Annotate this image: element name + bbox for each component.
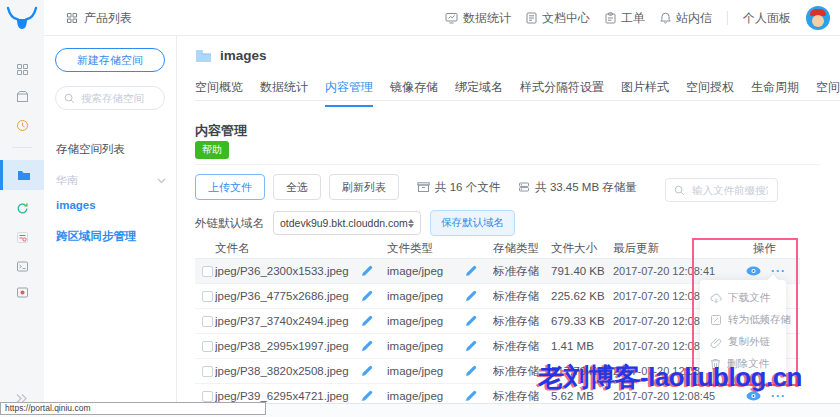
rename-icon[interactable]	[361, 290, 387, 302]
column-header: 文件类型	[387, 241, 465, 256]
select-stepper-icon	[408, 219, 414, 228]
deploy-icon	[16, 90, 29, 103]
file-name-cell: jpeg/P36_2300x1533.jpeg	[215, 265, 361, 277]
file-name-cell: jpeg/P38_3820x2508.jpeg	[215, 365, 361, 377]
bucket-search-input[interactable]	[79, 91, 157, 105]
tab-1[interactable]: 空间概览	[195, 79, 243, 107]
topbar-nav-item[interactable]: 站内信	[660, 10, 712, 27]
media-icon	[16, 286, 29, 299]
row-checkbox[interactable]	[202, 316, 213, 327]
file-type-cell: image/jpeg	[387, 315, 465, 327]
grid-icon	[16, 63, 29, 76]
upload-file-button[interactable]: 上传文件	[195, 174, 265, 200]
column-header: 文件名	[215, 241, 361, 256]
refresh-list-button[interactable]: 刷新列表	[329, 174, 399, 200]
file-prefix-search	[665, 178, 778, 202]
edit-type-icon[interactable]	[465, 315, 493, 327]
file-name-cell: jpeg/P38_2995x1997.jpeg	[215, 340, 361, 352]
rail-item-sync-icon[interactable]	[0, 194, 44, 222]
rail-divider	[12, 147, 32, 148]
personal-panel-link[interactable]: 个人面板	[743, 10, 791, 27]
topbar-nav-label: 站内信	[676, 10, 712, 27]
file-type-cell: image/jpeg	[387, 365, 465, 377]
file-size-cell: 679.33 KB	[551, 315, 613, 327]
tab-10[interactable]: 空间设置	[816, 79, 840, 107]
sidebar-item-images[interactable]: images	[56, 199, 96, 211]
bucket-tabs: 空间概览数据统计内容管理镜像存储绑定域名样式分隔符设置图片样式空间授权生命周期空…	[195, 79, 840, 107]
clock-icon	[16, 119, 29, 132]
rename-icon[interactable]	[361, 340, 387, 352]
product-list-button[interactable]: 产品列表	[66, 0, 132, 36]
section-title: 内容管理	[195, 122, 247, 140]
mail-icon	[660, 12, 671, 24]
edit-type-icon[interactable]	[465, 340, 493, 352]
region-select[interactable]: 华南	[56, 173, 166, 188]
storage-type-cell: 标准存储	[493, 289, 551, 304]
rename-icon[interactable]	[361, 390, 387, 402]
rename-icon[interactable]	[361, 365, 387, 377]
grid-menu-icon	[66, 12, 78, 24]
row-checkbox[interactable]	[202, 291, 213, 302]
file-name-cell: jpeg/P36_4775x2686.jpeg	[215, 290, 361, 302]
file-size-cell: 1.41 MB	[551, 340, 613, 352]
page-title: images	[220, 48, 267, 63]
edit-type-icon[interactable]	[465, 390, 493, 402]
storage-drive-icon	[518, 181, 530, 193]
edit-type-icon[interactable]	[465, 290, 493, 302]
row-checkbox[interactable]	[202, 391, 213, 402]
help-badge[interactable]: 帮助	[195, 141, 229, 159]
file-toolbar: 上传文件 全选 刷新列表 共 16 个文件 共 33.45 MB 存储量	[195, 174, 637, 200]
rail-item-clock-icon[interactable]	[0, 111, 44, 139]
rename-icon[interactable]	[361, 265, 387, 277]
tabs-divider	[195, 100, 840, 101]
tab-2[interactable]: 数据统计	[260, 79, 308, 107]
topbar-nav-label: 数据统计	[463, 10, 511, 27]
tab-4[interactable]: 镜像存储	[390, 79, 438, 107]
avatar[interactable]	[806, 6, 830, 30]
tab-9[interactable]: 生命周期	[751, 79, 799, 107]
qiniu-logo-icon[interactable]	[5, 5, 39, 35]
topbar-nav-item[interactable]: 工单	[605, 10, 645, 27]
cert-icon	[16, 231, 29, 244]
product-list-label: 产品列表	[84, 10, 132, 27]
storage-type-cell: 标准存储	[493, 264, 551, 279]
topbar: 产品列表 数据统计文档中心工单站内信 个人面板	[0, 0, 840, 36]
file-type-cell: image/jpeg	[387, 390, 465, 402]
file-size-cell: 791.40 KB	[551, 265, 613, 277]
tab-7[interactable]: 图片样式	[621, 79, 669, 107]
file-name-cell: jpeg/P39_6295x4721.jpeg	[215, 390, 361, 402]
edit-type-icon[interactable]	[465, 265, 493, 277]
tab-8[interactable]: 空间授权	[686, 79, 734, 107]
rail-item-terminal-icon[interactable]	[0, 252, 44, 280]
save-domain-button[interactable]: 保存默认域名	[430, 210, 515, 236]
rail-item-media-icon[interactable]	[0, 278, 44, 306]
select-all-button[interactable]: 全选	[273, 174, 321, 200]
column-header: 文件大小	[551, 241, 613, 256]
topbar-divider	[727, 11, 728, 25]
new-bucket-button[interactable]: 新建存储空间	[55, 48, 165, 72]
row-checkbox[interactable]	[202, 266, 213, 277]
search-icon	[64, 93, 75, 104]
domain-select[interactable]: otdevk9u9.bkt.clouddn.com	[273, 211, 421, 235]
file-prefix-search-input[interactable]	[690, 183, 770, 197]
chevron-down-icon	[157, 178, 166, 184]
rail-item-deploy-icon[interactable]	[0, 82, 44, 110]
row-checkbox[interactable]	[202, 341, 213, 352]
file-size-cell: 225.62 KB	[551, 290, 613, 302]
topbar-nav-item[interactable]: 文档中心	[526, 10, 590, 27]
row-checkbox[interactable]	[202, 366, 213, 377]
cross-region-sync-link[interactable]: 跨区域同步管理	[56, 229, 137, 244]
rail-item-cert-icon[interactable]	[0, 223, 44, 251]
sync-icon	[16, 202, 29, 215]
tab-3[interactable]: 内容管理	[325, 79, 373, 107]
rail-item-grid-icon[interactable]	[0, 55, 44, 83]
tab-6[interactable]: 样式分隔符设置	[520, 79, 604, 107]
rename-icon[interactable]	[361, 315, 387, 327]
topbar-nav-label: 文档中心	[542, 10, 590, 27]
edit-type-icon[interactable]	[465, 365, 493, 377]
rail-item-storage-icon[interactable]	[0, 160, 44, 190]
tab-5[interactable]: 绑定域名	[455, 79, 503, 107]
files-count: 共 16 个文件	[417, 180, 500, 195]
topbar-nav-item[interactable]: 数据统计	[445, 10, 511, 27]
qiniu-portal-page: 产品列表 数据统计文档中心工单站内信 个人面板 新建存储空间	[0, 0, 840, 417]
